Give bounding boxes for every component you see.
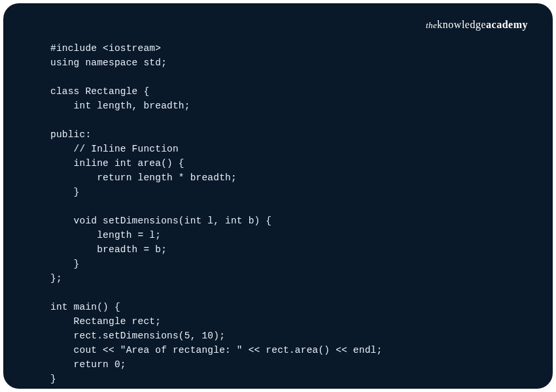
logo-knowledge: knowledge [437, 19, 486, 30]
code-card: theknowledgeacademy #include <iostream> … [3, 3, 553, 389]
code-block: #include <iostream> using namespace std;… [50, 41, 506, 386]
brand-logo: theknowledgeacademy [426, 19, 528, 31]
logo-the: the [426, 20, 437, 30]
logo-academy: academy [486, 19, 528, 30]
